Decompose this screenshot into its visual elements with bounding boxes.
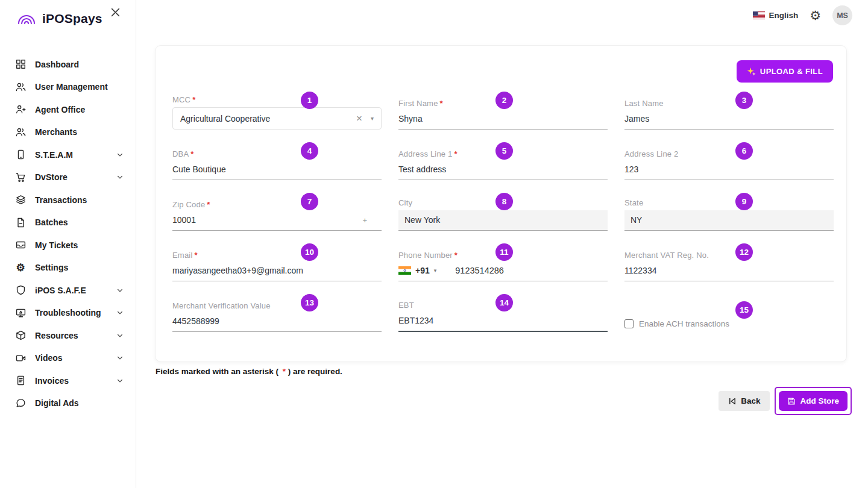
dial-caret-icon: ▾ [434, 267, 437, 274]
back-button[interactable]: Back [719, 391, 770, 411]
step-badge-2: 2 [495, 92, 513, 109]
field-ebt: EBTEBT123414 [398, 298, 608, 332]
sidebar-item-label: Settings [35, 263, 68, 272]
grid-icon [15, 59, 26, 70]
sidebar-item-resources[interactable]: Resources [0, 324, 136, 347]
first-name-input[interactable]: Shyna [398, 111, 608, 130]
state-label: State [624, 198, 834, 207]
sidebar-item-label: iPOS S.A.F.E [35, 286, 86, 295]
address-line-2-input[interactable]: 123 [624, 161, 834, 180]
avatar[interactable]: MS [832, 5, 852, 25]
sidebar-item-label: Troubleshooting [35, 308, 101, 318]
sidebar-item-my-tickets[interactable]: My Tickets [0, 234, 136, 257]
field-zip-code: Zip Code*10001+7 [172, 196, 382, 231]
required-fields-note: Fields marked with an asterisk ( * ) are… [156, 367, 342, 376]
dropdown-arrow-icon[interactable]: ▾ [371, 115, 374, 122]
state-input[interactable]: NY [624, 210, 834, 231]
package-icon [15, 330, 26, 341]
sidebar-item-merchants[interactable]: Merchants [0, 121, 136, 144]
video-icon [15, 352, 26, 363]
field-address-line-2: Address Line 21236 [624, 146, 834, 180]
sidebar-item-dvstore[interactable]: DvStore [0, 166, 136, 189]
sidebar-item-agent-office[interactable]: Agent Office [0, 98, 136, 121]
sidebar-item-user-management[interactable]: User Management [0, 76, 136, 99]
field-phone-number: Phone Number*+91▾912351428611 [398, 247, 608, 281]
inbox-icon [15, 240, 26, 251]
users-icon [15, 127, 26, 137]
sidebar-item-label: Batches [35, 217, 68, 227]
step-badge-5: 5 [495, 142, 513, 160]
layers-icon [15, 195, 26, 205]
language-selector[interactable]: English [753, 11, 798, 20]
address-line-1-input[interactable]: Test address [398, 161, 608, 180]
dial-code[interactable]: +91 [415, 266, 430, 275]
language-label: English [769, 11, 798, 20]
step-badge-14: 14 [495, 294, 513, 311]
field-last-name: Last NameJames3 [624, 95, 834, 130]
shield-icon [15, 285, 26, 296]
city-input[interactable]: New York [398, 210, 608, 231]
sidebar: iPOSpays DashboardUser ManagementAgent O… [0, 0, 136, 488]
header-actions: English ⚙ MS [753, 5, 852, 25]
merchant-vat-reg-no-input[interactable]: 1122334 [624, 263, 834, 281]
field-email: Email*mariyasangeetha03+9@gmail.com10 [172, 247, 382, 281]
save-icon [787, 397, 796, 405]
sidebar-menu: DashboardUser ManagementAgent OfficeMerc… [0, 53, 136, 414]
mcc-select[interactable]: Agricultural Cooperative×▾ [172, 107, 382, 130]
email-label: Email* [172, 251, 382, 260]
upload-and-fill-button[interactable]: UPLOAD & FILL [737, 60, 833, 83]
sidebar-item-dashboard[interactable]: Dashboard [0, 53, 136, 76]
add-store-focus-ring: Add Store [775, 387, 852, 415]
phone-value: 9123514286 [455, 266, 504, 275]
sidebar-item-troubleshooting[interactable]: Troubleshooting [0, 302, 136, 325]
field-address-line-1: Address Line 1*Test address5 [398, 146, 608, 180]
chevron-down-icon [116, 377, 124, 384]
enable-ach-checkbox[interactable] [624, 319, 634, 328]
add-store-label: Add Store [800, 396, 839, 405]
dba-input[interactable]: Cute Boutique [172, 161, 382, 180]
field-merchant-verification-value: Merchant Verification Value445258899913 [172, 298, 382, 332]
field-merchant-vat-reg-no: Merchant VAT Reg. No.112233412 [624, 247, 834, 281]
chat-icon [15, 398, 26, 408]
sidebar-item-ipos-s-a-f-e[interactable]: iPOS S.A.F.E [0, 279, 136, 302]
close-icon[interactable] [110, 7, 121, 20]
last-name-input[interactable]: James [624, 111, 834, 130]
logo-row: iPOSpays [0, 0, 136, 28]
sidebar-item-batches[interactable]: Batches [0, 211, 136, 234]
chevron-down-icon [116, 332, 124, 339]
sidebar-item-label: Dashboard [35, 60, 79, 69]
merchant-verification-value-input[interactable]: 4452588999 [172, 313, 382, 332]
clear-icon[interactable]: × [356, 113, 362, 124]
sidebar-item-digital-ads[interactable]: Digital Ads [0, 392, 136, 415]
sidebar-item-settings[interactable]: ⚙Settings [0, 257, 136, 280]
phone-number-input[interactable]: +91▾9123514286 [398, 263, 608, 281]
email-input[interactable]: mariyasangeetha03+9@gmail.com [172, 263, 382, 281]
upload-and-fill-label: UPLOAD & FILL [760, 67, 823, 76]
field-first-name: First Name*Shyna2 [398, 95, 608, 130]
sparkle-icon [747, 67, 756, 76]
sidebar-item-videos[interactable]: Videos [0, 347, 136, 370]
ebt-input[interactable]: EBT1234 [398, 313, 608, 332]
sidebar-item-label: Invoices [35, 376, 69, 386]
chevron-down-icon [116, 287, 124, 294]
sidebar-item-invoices[interactable]: Invoices [0, 369, 136, 392]
add-store-button[interactable]: Add Store [779, 391, 848, 411]
store-form: MCC*Agricultural Cooperative×▾1First Nam… [172, 95, 834, 332]
gear-icon: ⚙ [15, 262, 26, 273]
sidebar-item-label: My Tickets [35, 240, 78, 250]
sidebar-item-label: Transactions [35, 195, 87, 205]
sidebar-item-transactions[interactable]: Transactions [0, 189, 136, 211]
sidebar-item-label: Merchants [35, 127, 77, 137]
zip-code-input[interactable]: 10001+ [172, 212, 382, 231]
gear-icon[interactable]: ⚙ [810, 9, 821, 22]
tablet-icon [15, 149, 26, 160]
step-badge-10: 10 [301, 243, 318, 261]
step-badge-6: 6 [735, 142, 753, 160]
chevron-down-icon [116, 151, 124, 158]
sidebar-item-s-t-e-a-m[interactable]: S.T.E.A.M [0, 143, 136, 166]
step-badge-8: 8 [495, 193, 513, 210]
merchant-vat-reg-no-label: Merchant VAT Reg. No. [624, 251, 834, 260]
users-icon [15, 81, 26, 92]
sidebar-item-label: S.T.E.A.M [35, 150, 73, 160]
last-name-label: Last Name [624, 99, 834, 108]
